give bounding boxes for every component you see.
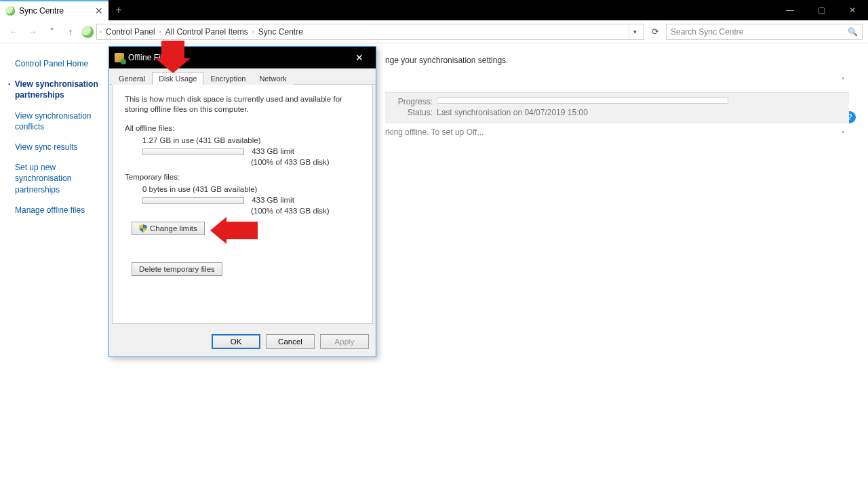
- tab-close-icon[interactable]: ✕: [95, 5, 103, 16]
- minimize-button[interactable]: —: [774, 0, 806, 20]
- offline-files-dialog: Offline Files ✕ General Disk Usage Encry…: [108, 46, 376, 357]
- close-button[interactable]: ✕: [837, 0, 868, 20]
- temp-files-bar: [142, 197, 244, 204]
- offline-files-icon: [115, 53, 124, 62]
- collapse-up-icon-2[interactable]: ˄: [842, 130, 845, 138]
- sync-status-band: ˄ Progress: Status: Last synchronisation…: [385, 92, 849, 123]
- dialog-footer: OK Cancel Apply: [109, 327, 376, 357]
- address-bar: ← → ˅ ↑ › Control Panel › All Control Pa…: [0, 20, 868, 43]
- tab-network[interactable]: Network: [252, 72, 293, 85]
- forward-button[interactable]: →: [24, 24, 41, 40]
- crumb-all-items[interactable]: All Control Panel Items: [163, 27, 251, 37]
- all-files-heading: All offline files:: [125, 124, 360, 132]
- crumb-sync-centre[interactable]: Sync Centre: [256, 27, 306, 37]
- sidebar-item-partnerships[interactable]: View synchronisation partnerships: [15, 79, 108, 100]
- search-box[interactable]: Search Sync Centre 🔍: [666, 24, 863, 40]
- refresh-button[interactable]: ⟳: [647, 24, 663, 40]
- sync-centre-icon: [5, 6, 15, 16]
- uac-shield-icon: [139, 224, 147, 232]
- tab-title: Sync Centre: [19, 6, 64, 16]
- up-button[interactable]: ↑: [62, 24, 79, 40]
- status-value: Last synchronisation on 04/07/2019 15:00: [437, 108, 588, 117]
- tab-encryption[interactable]: Encryption: [203, 72, 252, 85]
- annotation-arrow-down: [161, 41, 191, 73]
- temp-files-limit: 433 GB limit: [252, 196, 294, 204]
- crumb-control-panel[interactable]: Control Panel: [103, 27, 158, 37]
- dialog-close-icon[interactable]: ✕: [349, 47, 370, 68]
- window-controls: — ▢ ✕: [774, 0, 868, 20]
- cancel-button[interactable]: Cancel: [266, 334, 315, 349]
- search-icon[interactable]: 🔍: [848, 27, 858, 37]
- temp-files-usage: 0 bytes in use (431 GB available): [142, 185, 360, 193]
- collapse-up-icon[interactable]: ˄: [842, 77, 845, 84]
- sidebar: Control Panel Home View synchronisation …: [0, 43, 114, 488]
- dialog-description: This is how much disk space is currently…: [125, 94, 360, 115]
- maximize-button[interactable]: ▢: [806, 0, 837, 20]
- dialog-titlebar[interactable]: Offline Files ✕: [109, 47, 376, 68]
- sidebar-item-setup[interactable]: Set up new synchronisation partnerships: [15, 162, 108, 195]
- all-files-limit: 433 GB limit: [252, 147, 294, 155]
- tab-general[interactable]: General: [112, 72, 152, 85]
- page-heading-fragment: nge your synchronisation settings.: [385, 56, 854, 65]
- ok-button[interactable]: OK: [212, 334, 260, 349]
- window-tab[interactable]: Sync Centre ✕: [0, 0, 108, 20]
- all-files-bar: [142, 148, 244, 155]
- progress-label: Progress:: [392, 97, 433, 106]
- dialog-body: This is how much disk space is currently…: [112, 85, 373, 324]
- annotation-arrow-left: [210, 217, 258, 244]
- all-files-usage: 1.27 GB in use (431 GB available): [142, 136, 360, 144]
- temp-files-percent: (100% of 433 GB disk): [251, 207, 360, 215]
- new-tab-button[interactable]: +: [108, 0, 129, 20]
- sidebar-item-manage-offline[interactable]: Manage offline files: [15, 205, 108, 216]
- breadcrumb[interactable]: › Control Panel › All Control Panel Item…: [96, 24, 644, 40]
- recent-locations-button[interactable]: ˅: [43, 24, 60, 40]
- sidebar-item-results[interactable]: View sync results: [15, 142, 108, 152]
- all-files-percent: (100% of 433 GB disk): [251, 158, 360, 166]
- sidebar-item-conflicts[interactable]: View synchronisation conflicts: [15, 110, 108, 132]
- back-button[interactable]: ←: [5, 24, 22, 40]
- progress-bar: [437, 97, 728, 104]
- offline-note-fragment: rking offline. To set up Off...: [385, 127, 854, 137]
- apply-button[interactable]: Apply: [320, 334, 369, 349]
- dialog-tabs: General Disk Usage Encryption Network: [109, 68, 376, 85]
- title-bar: Sync Centre ✕ + — ▢ ✕: [0, 0, 868, 20]
- breadcrumb-dropdown[interactable]: ▾: [629, 24, 641, 39]
- change-limits-button[interactable]: Change limits: [132, 222, 205, 235]
- temp-files-heading: Temporary files:: [125, 173, 360, 181]
- search-placeholder: Search Sync Centre: [671, 27, 743, 37]
- sidebar-item-home[interactable]: Control Panel Home: [15, 58, 108, 69]
- delete-temp-files-button[interactable]: Delete temporary files: [132, 262, 222, 276]
- control-panel-icon: [81, 26, 94, 38]
- status-label: Status:: [392, 108, 433, 117]
- tab-disk-usage[interactable]: Disk Usage: [152, 72, 203, 85]
